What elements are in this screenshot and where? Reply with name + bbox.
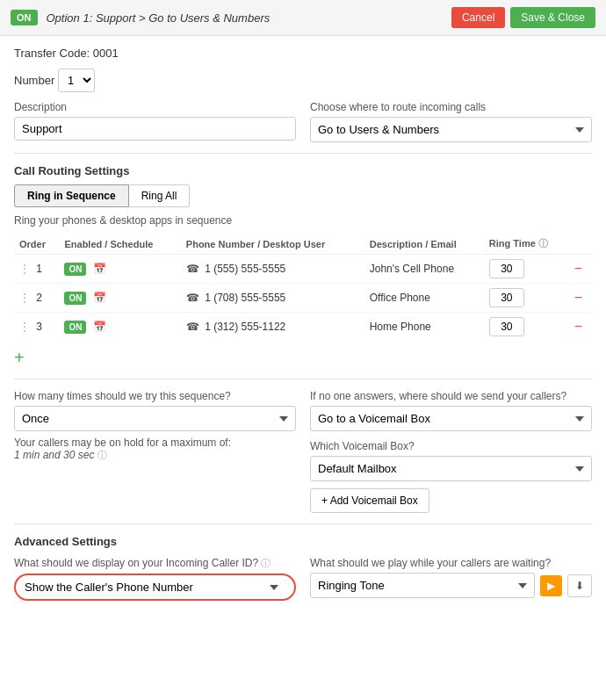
transfer-code-row: Transfer Code: 0001 [14,47,592,60]
row-ringtime [484,255,569,284]
waiting-section: Ringing Tone Music Custom Audio ▶ ⬇ [310,573,592,598]
title-prefix: Option 1: [47,11,96,25]
cancel-button[interactable]: Cancel [451,7,505,28]
col-description: Description / Email [364,234,484,255]
row-description: Office Phone [364,284,484,313]
main-content: Transfer Code: 0001 Number 1 Description… [0,36,606,620]
calendar-icon[interactable]: 📅 [93,292,106,304]
ring-time-input[interactable] [489,259,524,278]
routing-select[interactable]: Go to Users & Numbers Go to a Voicemail … [310,117,592,142]
noanswer-col: If no one answers, where should we send … [310,390,592,513]
ring-in-sequence-button[interactable]: Ring in Sequence [14,184,129,207]
caller-id-col: What should we display on your Incoming … [14,557,296,601]
save-close-button[interactable]: Save & Close [510,7,595,28]
row-enabled: ON 📅 [59,255,180,284]
ring-time-info-icon: ⓘ [538,238,548,249]
caller-id-oval: Show the Caller's Phone Number Show the … [14,574,296,601]
page-title: Option 1: Support > Go to Users & Number… [47,11,271,25]
ring-desc: Ring your phones & desktop apps in seque… [14,214,592,227]
option-toggle[interactable]: ON [11,10,38,25]
number-row: Number 1 [14,69,592,92]
voicemail-select[interactable]: Default Mailbox [310,456,592,481]
routing-table: Order Enabled / Schedule Phone Number / … [14,234,592,341]
row-phone: ☎ 1 (708) 555-5555 [181,284,364,313]
sequence-select[interactable]: Once Twice 3 Times [14,406,296,431]
drag-handle-icon[interactable]: ⋮ [19,321,30,333]
row-phone: ☎ 1 (555) 555-5555 [181,255,364,284]
col-phone: Phone Number / Desktop User [181,234,364,255]
noanswer-select[interactable]: Go to a Voicemail Box Forward to Externa… [310,406,592,431]
row-enabled: ON 📅 [59,284,180,313]
play-button[interactable]: ▶ [540,575,562,596]
ring-time-input[interactable] [489,317,524,336]
noanswer-question: If no one answers, where should we send … [310,390,592,402]
enabled-toggle[interactable]: ON [64,292,86,305]
row-description: John's Cell Phone [364,255,484,284]
row-phone: ☎ 1 (312) 555-1122 [181,313,364,342]
row-order: ⋮ 3 [14,313,59,342]
voicemail-label: Which Voicemail Box? [310,440,592,452]
number-label: Number [14,74,54,87]
add-voicemail-button[interactable]: + Add Voicemail Box [310,488,429,513]
sequence-noanswer-row: How many times should we try this sequen… [14,390,592,513]
row-enabled: ON 📅 [59,313,180,342]
call-routing-title: Call Routing Settings [14,164,592,177]
add-row-button[interactable]: + [14,348,33,368]
header-actions: Cancel Save & Close [451,7,595,28]
caller-id-info-icon: ⓘ [261,558,271,568]
description-input[interactable] [14,117,296,141]
table-row: ⋮ 2 ON 📅 ☎ 1 (708) 555-5555 Office Phone… [14,284,592,313]
enabled-toggle[interactable]: ON [64,263,86,276]
row-order: ⋮ 1 [14,255,59,284]
table-row: ⋮ 1 ON 📅 ☎ 1 (555) 555-5555 John's Cell … [14,255,592,284]
waiting-select-wrap: Ringing Tone Music Custom Audio [310,573,535,598]
row-order: ⋮ 2 [14,284,59,313]
row-remove: − [569,284,592,313]
routing-col: Choose where to route incoming calls Go … [310,101,592,142]
row-ringtime [484,284,569,313]
hold-value: 1 min and 30 sec [14,449,94,461]
hold-info-icon: ⓘ [97,450,107,460]
calendar-icon[interactable]: 📅 [93,263,106,275]
header-left: ON Option 1: Support > Go to Users & Num… [11,10,270,25]
advanced-title: Advanced Settings [14,535,592,548]
description-label: Description [14,101,296,113]
calendar-icon[interactable]: 📅 [93,321,106,333]
row-remove: − [569,313,592,342]
drag-handle-icon[interactable]: ⋮ [19,292,30,304]
routing-label: Choose where to route incoming calls [310,101,592,113]
hold-text: Your callers may be on hold for a maximu… [14,437,296,462]
remove-row-button[interactable]: − [574,319,582,335]
title-italic: Support [96,11,136,25]
description-col: Description [14,101,296,142]
remove-row-button[interactable]: − [574,290,582,306]
caller-id-label: What should we display on your Incoming … [14,557,296,570]
download-button[interactable]: ⬇ [567,574,592,597]
description-routing-row: Description Choose where to route incomi… [14,101,592,142]
ring-time-input[interactable] [489,288,524,307]
advanced-row: What should we display on your Incoming … [14,557,592,601]
phone-icon: ☎ [186,263,199,275]
drag-handle-icon[interactable]: ⋮ [19,263,30,275]
row-remove: − [569,255,592,284]
waiting-label: What should we play while your callers a… [310,557,592,569]
row-ringtime [484,313,569,342]
page-header: ON Option 1: Support > Go to Users & Num… [0,0,606,36]
number-select[interactable]: 1 [58,69,95,92]
waiting-col: What should we play while your callers a… [310,557,592,601]
ring-buttons-group: Ring in Sequence Ring All [14,184,592,207]
col-ringtime: Ring Time ⓘ [484,234,569,255]
waiting-select[interactable]: Ringing Tone Music Custom Audio [310,573,535,598]
enabled-toggle[interactable]: ON [64,321,86,334]
table-row: ⋮ 3 ON 📅 ☎ 1 (312) 555-1122 Home Phone − [14,313,592,342]
col-enabled: Enabled / Schedule [59,234,180,255]
caller-id-select[interactable]: Show the Caller's Phone Number Show the … [25,581,285,594]
title-suffix: > Go to Users & Numbers [135,11,270,25]
sequence-question: How many times should we try this sequen… [14,390,296,402]
transfer-code-label: Transfer Code: 0001 [14,47,119,60]
row-description: Home Phone [364,313,484,342]
ring-all-button[interactable]: Ring All [129,184,191,207]
remove-row-button[interactable]: − [574,261,582,277]
sequence-col: How many times should we try this sequen… [14,390,296,513]
phone-icon: ☎ [186,292,199,304]
